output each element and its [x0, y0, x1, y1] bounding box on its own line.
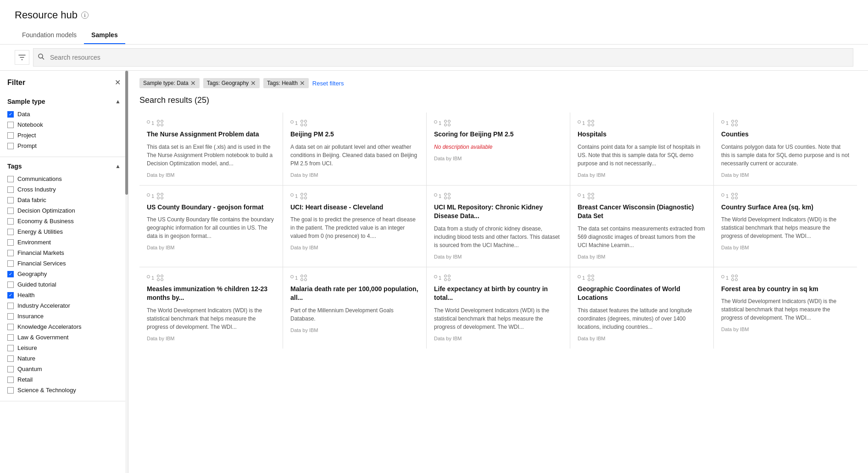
tags-header[interactable]: Tags ▲	[7, 163, 121, 174]
card-malaria-death-rate[interactable]: 1 Malaria death rate per 100,000 populat…	[283, 267, 426, 349]
scroll-thumb[interactable]	[125, 71, 128, 195]
close-filter-button[interactable]: ✕	[115, 78, 121, 87]
checkbox-tag-decision-optimization[interactable]	[7, 208, 14, 214]
card-desc: A data set on air pollutant level and ot…	[290, 143, 419, 168]
filter-tag-science-technology[interactable]: Science & Technology	[7, 385, 121, 395]
filter-tag-environment[interactable]: Environment	[7, 237, 121, 248]
filter-tag-communications[interactable]: Communications	[7, 174, 121, 184]
checkbox-tag-cross-industry[interactable]	[7, 186, 14, 193]
checkbox-tag-health[interactable]	[7, 292, 14, 298]
tab-samples[interactable]: Samples	[84, 27, 125, 44]
filter-tag-insurance[interactable]: Insurance	[7, 311, 121, 321]
checkbox-tag-financial-services[interactable]	[7, 260, 14, 267]
filter-tag-knowledge-accelerators[interactable]: Knowledge Accelerators	[7, 321, 121, 332]
filter-tag-geography[interactable]: Geography	[7, 269, 121, 279]
card-desc: The goal is to predict the presence of h…	[290, 215, 419, 240]
filter-sample-type-notebook[interactable]: Notebook	[7, 119, 121, 130]
checkbox-tag-nature[interactable]	[7, 355, 14, 362]
card-scoring-beijing[interactable]: 1 Scoring for Beijing PM 2.5 No descript…	[427, 113, 570, 185]
reset-filters-link[interactable]: Reset filters	[312, 80, 344, 87]
card-uci-kidney-disease[interactable]: 1 UCI ML Repository: Chronic Kidney Dise…	[427, 186, 570, 267]
filter-tag-law-government[interactable]: Law & Government	[7, 332, 121, 343]
checkbox-tag-economy-business[interactable]	[7, 218, 14, 225]
dot-tr	[304, 275, 307, 277]
filter-button[interactable]	[15, 50, 29, 65]
checkbox-tag-environment[interactable]	[7, 239, 14, 246]
card-geographic-coordinates[interactable]: 1 Geographic Coordinates of World Locati…	[570, 267, 713, 349]
scroll-track	[125, 71, 128, 473]
remove-filter-tags-geography[interactable]: ✕	[250, 80, 256, 86]
dot-num1: 1	[151, 120, 154, 126]
checkbox-tag-geography[interactable]	[7, 271, 14, 277]
filter-tag-guided-tutorial[interactable]: Guided tutorial	[7, 279, 121, 290]
label-tag-nature: Nature	[17, 355, 35, 362]
card-nurse-assignment[interactable]: 1 The Nurse Assignment Problem data This…	[139, 113, 283, 185]
filter-sample-type-prompt[interactable]: Prompt	[7, 141, 121, 151]
remove-filter-tags-health[interactable]: ✕	[300, 80, 305, 86]
checkbox-tag-quantum[interactable]	[7, 366, 14, 372]
checkbox-data[interactable]	[7, 111, 14, 118]
card-counties[interactable]: 1 Counties Contains polygon data for US …	[714, 113, 857, 185]
card-icon-row: 1	[147, 193, 275, 199]
checkbox-tag-guided-tutorial[interactable]	[7, 282, 14, 288]
tab-foundation-models[interactable]: Foundation models	[15, 27, 84, 44]
checkbox-tag-data-fabric[interactable]	[7, 197, 14, 203]
card-forest-area[interactable]: 1 Forest area by country in sq km The Wo…	[714, 267, 857, 349]
label-tag-law-government: Law & Government	[17, 334, 68, 341]
dot1	[434, 275, 437, 278]
remove-filter-sample-type-data[interactable]: ✕	[190, 80, 196, 86]
checkbox-prompt[interactable]	[7, 143, 14, 149]
filter-tag-economy-business[interactable]: Economy & Business	[7, 216, 121, 226]
info-icon[interactable]: ℹ	[81, 11, 89, 19]
checkbox-tag-leisure[interactable]	[7, 345, 14, 351]
sample-type-header[interactable]: Sample type ▲	[7, 98, 121, 109]
filter-tag-data-fabric[interactable]: Data fabric	[7, 195, 121, 205]
filter-tag-nature[interactable]: Nature	[7, 353, 121, 364]
card-uci-heart-disease[interactable]: 1 UCI: Heart disease - Cleveland The goa…	[283, 186, 426, 267]
card-measles-immunization[interactable]: 1 Measles immunization % children 12-23 …	[139, 267, 283, 349]
checkbox-tag-industry-accelerator[interactable]	[7, 303, 14, 309]
card-breast-cancer[interactable]: 1 Breast Cancer Wisconsin (Diagnostic) D…	[570, 186, 713, 267]
dot-bl	[731, 124, 734, 126]
card-us-county-boundary[interactable]: 1 US County Boundary - geojson format Th…	[139, 186, 283, 267]
dots-icon	[588, 120, 594, 126]
dot-br	[161, 197, 163, 199]
card-title: Malaria death rate per 100,000 populatio…	[290, 285, 419, 303]
checkbox-tag-science-technology[interactable]	[7, 387, 14, 394]
filter-tag-industry-accelerator[interactable]: Industry Accelerator	[7, 300, 121, 311]
filter-tag-financial-services[interactable]: Financial Services	[7, 258, 121, 269]
filter-tag-quantum[interactable]: Quantum	[7, 364, 121, 374]
dot-bl	[444, 278, 447, 281]
checkbox-tag-energy-utilities[interactable]	[7, 229, 14, 235]
card-title: US County Boundary - geojson format	[147, 203, 275, 212]
filter-tag-decision-optimization[interactable]: Decision Optimization	[7, 205, 121, 216]
card-hospitals[interactable]: 1 Hospitals Contains point data for a sa…	[570, 113, 713, 185]
filter-sample-type-project[interactable]: Project	[7, 130, 121, 141]
filter-tag-leisure[interactable]: Leisure	[7, 343, 121, 353]
checkbox-tag-financial-markets[interactable]	[7, 250, 14, 256]
checkbox-tag-communications[interactable]	[7, 176, 14, 182]
filter-tag-health[interactable]: Health	[7, 290, 121, 300]
card-icon-row: 1	[147, 120, 275, 126]
dot1	[721, 193, 724, 197]
card-life-expectancy[interactable]: 1 Life expectancy at birth by country in…	[427, 267, 570, 349]
card-desc: Data from a study of chronic kidney dise…	[434, 225, 562, 249]
checkbox-tag-knowledge-accelerators[interactable]	[7, 324, 14, 330]
filter-tag-cross-industry[interactable]: Cross Industry	[7, 184, 121, 195]
dots-icon	[157, 275, 163, 281]
checkbox-notebook[interactable]	[7, 122, 14, 128]
checkbox-tag-retail[interactable]	[7, 377, 14, 383]
dot1	[147, 120, 150, 124]
filter-tag-financial-markets[interactable]: Financial Markets	[7, 248, 121, 258]
filter-tag-energy-utilities[interactable]: Energy & Utilities	[7, 226, 121, 237]
filter-tag-retail[interactable]: Retail	[7, 374, 121, 385]
card-desc: The World Development Indicators (WDI) i…	[434, 306, 562, 331]
search-input[interactable]	[33, 48, 853, 67]
checkbox-tag-insurance[interactable]	[7, 313, 14, 320]
card-beijing-pm25[interactable]: 1 Beijing PM 2.5 A data set on air pollu…	[283, 113, 426, 185]
filter-sample-type-data[interactable]: Data	[7, 109, 121, 119]
dot-bl	[444, 124, 447, 126]
checkbox-project[interactable]	[7, 132, 14, 139]
checkbox-tag-law-government[interactable]	[7, 334, 14, 341]
card-country-surface-area[interactable]: 1 Country Surface Area (sq. km) The Worl…	[714, 186, 857, 267]
